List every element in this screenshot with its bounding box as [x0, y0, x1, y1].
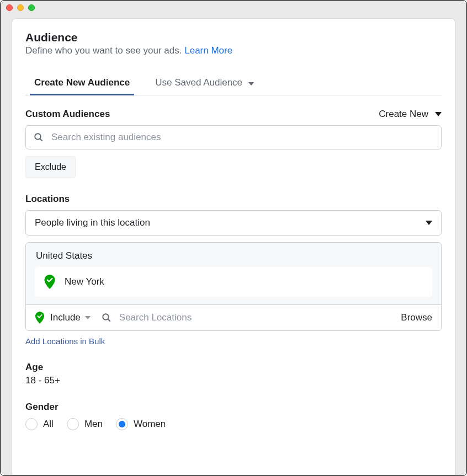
radio-icon — [25, 418, 38, 430]
search-icon — [34, 132, 44, 142]
app-window: Audience Define who you want to see your… — [0, 0, 467, 476]
location-chip[interactable]: New York — [35, 267, 432, 297]
minimize-icon[interactable] — [17, 4, 24, 11]
browse-button[interactable]: Browse — [401, 312, 432, 323]
caret-down-icon — [248, 82, 254, 85]
gender-radios: All Men Women — [25, 418, 442, 430]
maximize-icon[interactable] — [28, 4, 35, 11]
caret-down-icon — [426, 221, 432, 225]
location-pin-icon — [44, 275, 56, 289]
create-new-button[interactable]: Create New — [379, 109, 442, 120]
locations-search-input[interactable] — [118, 312, 395, 324]
svg-point-2 — [103, 314, 109, 320]
tab-use-saved-audience[interactable]: Use Saved Audience — [151, 72, 258, 95]
include-dropdown[interactable]: Include — [50, 312, 91, 323]
location-country: United States — [26, 243, 441, 267]
custom-audiences-search-input[interactable] — [50, 131, 433, 143]
location-city: New York — [65, 276, 104, 287]
radio-icon — [67, 418, 79, 430]
caret-down-icon — [435, 112, 442, 116]
caret-down-icon — [85, 316, 91, 319]
locations-panel: United States New York Include — [25, 242, 442, 331]
learn-more-link[interactable]: Learn More — [184, 45, 232, 56]
locations-footer: Include Browse — [26, 304, 441, 330]
custom-audiences-search[interactable] — [25, 125, 442, 149]
page-title: Audience — [25, 31, 442, 44]
locations-type-select[interactable]: People living in this location — [25, 210, 442, 236]
gender-title: Gender — [25, 402, 442, 413]
title-bar — [1, 1, 466, 15]
svg-point-0 — [35, 133, 41, 140]
svg-line-1 — [40, 138, 43, 141]
radio-icon — [116, 418, 128, 430]
tabs: Create New Audience Use Saved Audience — [25, 72, 442, 95]
exclude-button[interactable]: Exclude — [25, 156, 76, 178]
age-title: Age — [25, 362, 442, 373]
page-subtitle: Define who you want to see your ads. Lea… — [25, 45, 442, 56]
locations-search[interactable] — [102, 312, 395, 324]
tab-create-new-audience[interactable]: Create New Audience — [30, 72, 134, 95]
age-value: 18 - 65+ — [25, 375, 442, 386]
gender-all-radio[interactable]: All — [25, 418, 54, 430]
locations-title: Locations — [25, 194, 442, 205]
close-icon[interactable] — [6, 4, 13, 11]
location-pin-icon — [35, 312, 45, 324]
svg-line-3 — [108, 319, 110, 322]
content-panel: Audience Define who you want to see your… — [12, 18, 455, 475]
custom-audiences-title: Custom Audiences — [25, 109, 110, 120]
add-locations-bulk-link[interactable]: Add Locations in Bulk — [25, 336, 105, 346]
search-icon — [102, 313, 112, 323]
gender-women-radio[interactable]: Women — [116, 418, 166, 430]
gender-men-radio[interactable]: Men — [67, 418, 103, 430]
